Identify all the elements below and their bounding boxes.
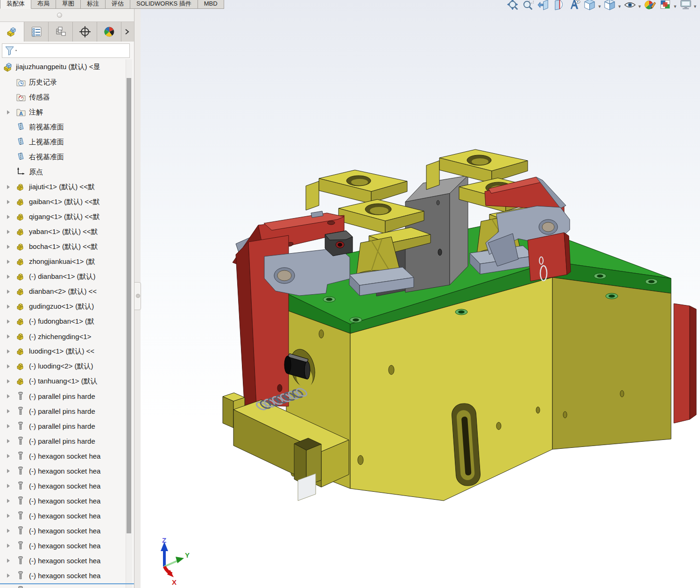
expand-arrow-icon[interactable] <box>7 244 12 249</box>
expand-arrow-icon[interactable] <box>7 543 12 548</box>
tree-item-2[interactable]: A注解 <box>0 105 124 120</box>
assembly-3d-model[interactable]: Z Y X <box>140 0 700 588</box>
tree-item-4[interactable]: 上视基准面 <box>0 135 124 149</box>
display-style-button[interactable]: ▼ <box>603 0 622 12</box>
section-view-button[interactable] <box>552 0 566 12</box>
expand-arrow-icon[interactable] <box>7 274 12 279</box>
ribbon-tab-0[interactable]: 装配体 <box>0 0 31 9</box>
expand-arrow-icon[interactable] <box>7 110 12 115</box>
ribbon-tab-1[interactable]: 布局 <box>31 0 56 9</box>
tree-item-25[interactable]: (-) hexagon socket hea <box>0 448 124 463</box>
tree-item-18[interactable]: luoding<1> (默认) << <box>0 344 124 359</box>
expand-arrow-icon[interactable] <box>7 409 12 414</box>
tree-item-30[interactable]: (-) hexagon socket hea <box>0 523 124 538</box>
expand-arrow-icon[interactable] <box>7 498 12 503</box>
tab-propertymanager[interactable] <box>24 22 49 42</box>
tree-item-5[interactable]: 右视基准面 <box>0 149 124 164</box>
expand-arrow-icon[interactable] <box>7 259 12 264</box>
ribbon-tab-5[interactable]: SOLIDWORKS 插件 <box>130 0 198 9</box>
tree-item-20[interactable]: (-) tanhuang<1> (默认 <box>0 374 124 389</box>
expand-arrow-icon[interactable] <box>7 349 12 354</box>
expand-arrow-icon[interactable] <box>7 528 12 533</box>
tree-scrollbar-thumb[interactable] <box>127 78 131 533</box>
zoom-to-area-button[interactable] <box>522 0 535 12</box>
expand-arrow-icon[interactable] <box>7 483 12 489</box>
tree-item-3[interactable]: 前视基准面 <box>0 120 124 135</box>
ribbon-tab-2[interactable]: 草图 <box>56 0 81 9</box>
tree-item-16[interactable]: (-) fudongban<1> (默 <box>0 314 124 329</box>
tree-item-8[interactable]: gaiban<1> (默认) <<默 <box>0 194 124 209</box>
tree-item-0[interactable]: 历史记录 <box>0 75 124 90</box>
tree-item-26[interactable]: (-) hexagon socket hea <box>0 463 124 478</box>
tree-item-28[interactable]: (-) hexagon socket hea <box>0 493 124 508</box>
tab-configurationmanager[interactable] <box>49 22 73 42</box>
edit-appearance-button[interactable] <box>643 0 657 12</box>
apply-scene-button[interactable]: ▼ <box>659 0 677 12</box>
tree-item-1[interactable]: 传感器 <box>0 90 124 105</box>
tree-item-23[interactable]: (-) parallel pins harde <box>0 418 124 433</box>
tree-filter-input[interactable] <box>2 43 130 58</box>
tree-scrollbar[interactable] <box>126 59 132 588</box>
hide-show-items-button[interactable]: ▼ <box>623 0 642 12</box>
tree-item-9[interactable]: qigang<1> (默认) <<默 <box>0 209 124 224</box>
panel-grip-dot[interactable] <box>57 13 62 18</box>
previous-view-button[interactable] <box>537 0 551 12</box>
expand-arrow-icon[interactable] <box>7 468 12 474</box>
expand-arrow-icon[interactable] <box>7 573 12 578</box>
dropdown-caret-icon[interactable]: ▼ <box>617 4 622 9</box>
tree-item-22[interactable]: (-) parallel pins harde <box>0 404 124 418</box>
tree-item-11[interactable]: bocha<1> (默认) <<默 <box>0 239 124 254</box>
dropdown-caret-icon[interactable]: ▼ <box>693 4 697 9</box>
tree-item-24[interactable]: (-) parallel pins harde <box>0 433 124 448</box>
tree-item-10[interactable]: yaban<1> (默认) <<默 <box>0 224 124 239</box>
tree-item-7[interactable]: jiajuti<1> (默认) <<默 <box>0 179 124 194</box>
view-settings-button[interactable]: ▼ <box>679 0 697 12</box>
tree-item-19[interactable]: (-) luoding<2> (默认) <box>0 359 124 374</box>
tree-root-assembly[interactable]: jiajuzhuangpeitu (默认) <显 <box>0 59 124 75</box>
panel-splitter[interactable] <box>134 9 141 588</box>
expand-arrow-icon[interactable] <box>7 304 12 309</box>
expand-arrow-icon[interactable] <box>7 214 12 220</box>
tree-item-33[interactable]: (-) hexagon socket hea <box>0 568 124 583</box>
expand-arrow-icon[interactable] <box>7 289 12 294</box>
zoom-to-fit-button[interactable] <box>506 0 520 12</box>
panel-collapse-handle[interactable] <box>134 282 141 310</box>
expand-arrow-icon[interactable] <box>7 453 12 459</box>
tree-item-32[interactable]: (-) hexagon socket hea <box>0 553 124 568</box>
expand-arrow-icon[interactable] <box>7 334 12 339</box>
tab-featuremanager-tree[interactable] <box>0 22 24 42</box>
expand-arrow-icon[interactable] <box>7 439 12 444</box>
tree-item-13[interactable]: (-) dianban<1> (默认) <box>0 269 124 284</box>
tree-item-21[interactable]: (-) parallel pins harde <box>0 389 124 404</box>
expand-arrow-icon[interactable] <box>7 229 12 234</box>
dropdown-caret-icon[interactable]: ▼ <box>637 4 642 9</box>
tree-item-17[interactable]: (-) zhichengding<1> <box>0 329 124 344</box>
annotation-view-button[interactable] <box>568 0 581 12</box>
tree-item-6[interactable]: 原点 <box>0 164 124 179</box>
dropdown-caret-icon[interactable]: ▼ <box>597 4 601 9</box>
expand-arrow-icon[interactable] <box>7 394 12 399</box>
panel-expand-chevron[interactable] <box>121 22 133 42</box>
ribbon-tab-4[interactable]: 评估 <box>106 0 130 9</box>
ribbon-tab-3[interactable]: 标注 <box>81 0 106 9</box>
expand-arrow-icon[interactable] <box>7 513 12 518</box>
tab-dimxpertmanager[interactable] <box>73 22 97 42</box>
tree-item-27[interactable]: (-) hexagon socket hea <box>0 478 124 493</box>
expand-arrow-icon[interactable] <box>7 424 12 429</box>
expand-arrow-icon[interactable] <box>7 558 12 563</box>
view-orientation-button[interactable]: ▼ <box>583 0 601 12</box>
tree-item-12[interactable]: zhongjiankuai<1> (默 <box>0 254 124 269</box>
ribbon-tab-6[interactable]: MBD <box>198 0 224 9</box>
graphics-viewport[interactable]: Z Y X ▼▼▼▼▼ <box>140 0 700 588</box>
expand-arrow-icon[interactable] <box>7 379 12 384</box>
expand-arrow-icon[interactable] <box>7 184 12 190</box>
expand-arrow-icon[interactable] <box>7 199 12 205</box>
tree-item-31[interactable]: (-) hexagon socket hea <box>0 538 124 553</box>
tree-item-14[interactable]: dianban<2> (默认) << <box>0 284 124 299</box>
tab-displaymanager[interactable] <box>97 22 121 42</box>
expand-arrow-icon[interactable] <box>7 364 12 369</box>
expand-arrow-icon[interactable] <box>7 319 12 324</box>
dropdown-caret-icon[interactable]: ▼ <box>673 4 677 9</box>
tree-item-15[interactable]: gudingzuo<1> (默认) <box>0 299 124 314</box>
tree-item-29[interactable]: (-) hexagon socket hea <box>0 508 124 523</box>
